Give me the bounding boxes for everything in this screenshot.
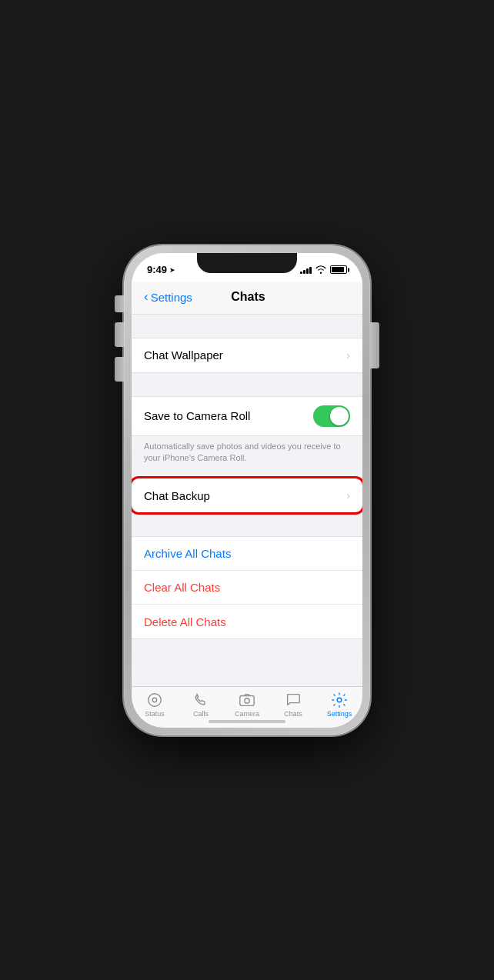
status-icons <box>300 265 347 274</box>
wifi-icon <box>315 265 326 274</box>
tab-settings-label: Settings <box>327 710 352 718</box>
backup-chevron-icon: › <box>346 489 350 502</box>
notch <box>197 253 297 273</box>
tab-chats-label: Chats <box>284 710 302 718</box>
svg-point-0 <box>149 694 162 707</box>
delete-label: Delete All Chats <box>144 615 226 628</box>
location-arrow-icon: ➤ <box>169 266 175 274</box>
backup-section-wrapper: Chat Backup › <box>132 478 362 513</box>
tab-status-label: Status <box>145 710 165 718</box>
signal-icon <box>300 266 312 274</box>
camera-roll-section: Save to Camera Roll <box>132 396 362 436</box>
backup-row[interactable]: Chat Backup › <box>132 478 362 512</box>
section-spacer-4 <box>132 513 362 536</box>
svg-point-4 <box>337 698 342 702</box>
settings-icon <box>331 692 348 708</box>
tab-calls[interactable]: Calls <box>178 692 224 722</box>
backup-label: Chat Backup <box>144 489 346 502</box>
camera-roll-toggle[interactable] <box>313 405 350 427</box>
archive-row[interactable]: Archive All Chats <box>132 537 362 571</box>
power-button[interactable] <box>370 322 379 368</box>
section-spacer-1 <box>132 315 362 338</box>
camera-roll-row[interactable]: Save to Camera Roll <box>132 397 362 435</box>
clear-label: Clear All Chats <box>144 581 220 594</box>
mute-button[interactable] <box>115 295 124 312</box>
page-title: Chats <box>146 290 350 304</box>
battery-icon <box>330 265 347 274</box>
svg-rect-2 <box>240 696 254 706</box>
tab-camera-label: Camera <box>235 710 259 718</box>
home-indicator <box>209 720 285 723</box>
section-spacer-2 <box>132 373 362 396</box>
camera-icon <box>239 692 255 708</box>
tab-status[interactable]: Status <box>132 692 178 722</box>
wallpaper-label: Chat Wallpaper <box>144 348 346 362</box>
wallpaper-chevron-icon: › <box>346 349 350 362</box>
phone-screen: 9:49 ➤ ‹ Settings <box>132 253 362 728</box>
clear-row[interactable]: Clear All Chats <box>132 571 362 605</box>
camera-roll-label: Save to Camera Roll <box>144 409 313 422</box>
status-icon <box>146 692 163 708</box>
navigation-bar: ‹ Settings Chats <box>132 282 362 315</box>
chats-icon <box>285 692 302 708</box>
wallpaper-section: Chat Wallpaper › <box>132 338 362 373</box>
delete-row[interactable]: Delete All Chats <box>132 605 362 638</box>
tab-calls-label: Calls <box>193 710 209 718</box>
tab-settings[interactable]: Settings <box>316 692 362 722</box>
wallpaper-row[interactable]: Chat Wallpaper › <box>132 338 362 372</box>
bottom-spacer <box>132 639 362 685</box>
calls-icon <box>192 692 209 708</box>
section-spacer-3 <box>132 472 362 478</box>
archive-label: Archive All Chats <box>144 547 231 560</box>
status-time: 9:49 <box>147 264 167 275</box>
svg-point-3 <box>245 698 249 703</box>
phone-frame: 9:49 ➤ ‹ Settings <box>124 245 370 735</box>
camera-roll-description: Automatically save photos and videos you… <box>132 436 362 472</box>
volume-up-button[interactable] <box>115 322 124 347</box>
toggle-knob <box>330 407 349 425</box>
tab-camera[interactable]: Camera <box>224 692 270 722</box>
actions-section: Archive All Chats Clear All Chats Delete… <box>132 536 362 639</box>
content-area: Chat Wallpaper › Save to Camera Roll Aut… <box>132 315 362 686</box>
volume-down-button[interactable] <box>115 357 124 382</box>
svg-point-1 <box>152 698 157 702</box>
tab-chats[interactable]: Chats <box>270 692 316 722</box>
